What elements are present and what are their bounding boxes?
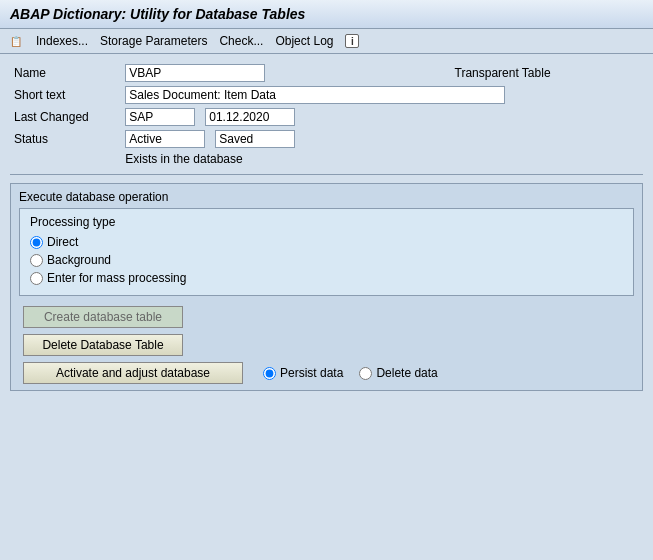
execute-section: Execute database operation Processing ty… bbox=[10, 183, 643, 391]
persist-data-label: Persist data bbox=[280, 366, 343, 380]
radio-background[interactable]: Background bbox=[30, 253, 623, 267]
indexes-icon: 📋 bbox=[8, 33, 24, 49]
radio-background-label: Background bbox=[47, 253, 111, 267]
radio-background-input[interactable] bbox=[30, 254, 43, 267]
delete-data-option[interactable]: Delete data bbox=[359, 366, 437, 380]
processing-type-title: Processing type bbox=[30, 215, 623, 229]
execute-section-title: Execute database operation bbox=[19, 190, 634, 204]
persist-data-option[interactable]: Persist data bbox=[263, 366, 343, 380]
activate-adjust-button[interactable]: Activate and adjust database bbox=[23, 362, 243, 384]
last-changed-label: Last Changed bbox=[10, 106, 121, 128]
main-content: Name Transparent Table Short text Last C… bbox=[0, 54, 653, 399]
changed-by-input[interactable] bbox=[125, 108, 195, 126]
delete-table-button[interactable]: Delete Database Table bbox=[23, 334, 183, 356]
form-fields: Name Transparent Table Short text Last C… bbox=[10, 62, 643, 168]
radio-mass-label: Enter for mass processing bbox=[47, 271, 186, 285]
storage-parameters-button[interactable]: Storage Parameters bbox=[100, 34, 207, 48]
name-label: Name bbox=[10, 62, 121, 84]
page-title: ABAP Dictionary: Utility for Database Ta… bbox=[10, 6, 643, 22]
check-button[interactable]: Check... bbox=[219, 34, 263, 48]
status-input bbox=[125, 130, 205, 148]
persist-options: Persist data Delete data bbox=[263, 366, 438, 380]
short-text-input[interactable] bbox=[125, 86, 505, 104]
table-type-label: Transparent Table bbox=[451, 62, 644, 84]
divider bbox=[10, 174, 643, 175]
radio-direct-label: Direct bbox=[47, 235, 78, 249]
radio-mass-input[interactable] bbox=[30, 272, 43, 285]
delete-data-label: Delete data bbox=[376, 366, 437, 380]
processing-type-box: Processing type Direct Background Enter … bbox=[19, 208, 634, 296]
radio-direct[interactable]: Direct bbox=[30, 235, 623, 249]
create-table-button[interactable]: Create database table bbox=[23, 306, 183, 328]
short-text-label: Short text bbox=[10, 84, 121, 106]
bottom-row: Activate and adjust database Persist dat… bbox=[23, 362, 630, 384]
indexes-button[interactable]: Indexes... bbox=[36, 34, 88, 48]
toolbar: 📋 Indexes... Storage Parameters Check...… bbox=[0, 29, 653, 54]
persist-data-radio[interactable] bbox=[263, 367, 276, 380]
info-icon[interactable]: i bbox=[345, 34, 359, 48]
delete-data-radio[interactable] bbox=[359, 367, 372, 380]
object-log-button[interactable]: Object Log bbox=[275, 34, 333, 48]
radio-mass[interactable]: Enter for mass processing bbox=[30, 271, 623, 285]
title-bar: ABAP Dictionary: Utility for Database Ta… bbox=[0, 0, 653, 29]
changed-date-input[interactable] bbox=[205, 108, 295, 126]
radio-direct-input[interactable] bbox=[30, 236, 43, 249]
status-saved-input bbox=[215, 130, 295, 148]
exists-label: Exists in the database bbox=[121, 150, 450, 168]
buttons-area: Create database table Delete Database Ta… bbox=[19, 306, 634, 384]
name-input[interactable] bbox=[125, 64, 265, 82]
status-label: Status bbox=[10, 128, 121, 150]
